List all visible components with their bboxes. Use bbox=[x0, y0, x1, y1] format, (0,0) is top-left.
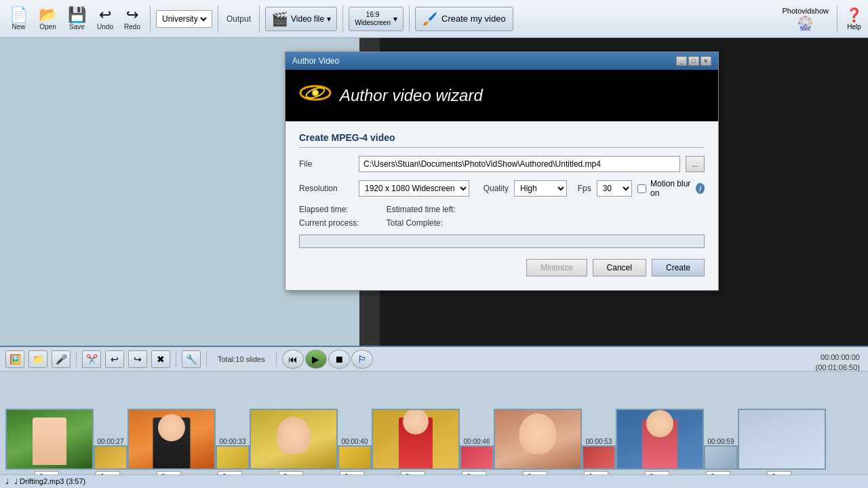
redo-tl-button[interactable]: ↪ bbox=[128, 350, 147, 368]
new-button[interactable]: 📄 New bbox=[5, 6, 32, 32]
aspect-ratio-button[interactable]: 16:9Widescreen ▾ bbox=[349, 7, 403, 31]
total-complete-label: Total Complete: bbox=[387, 218, 456, 228]
dialog-maximize-btn[interactable]: □ bbox=[688, 56, 699, 66]
slide-thumbnail[interactable] bbox=[250, 409, 338, 470]
film-icon: 🎬 bbox=[271, 11, 288, 27]
delete-button[interactable]: ✖ bbox=[151, 350, 170, 368]
estimated-item: Estimated time left: Total Complete: bbox=[387, 205, 456, 228]
settings-button[interactable]: 🔧 bbox=[182, 350, 201, 368]
flag-button[interactable]: 🏳 bbox=[351, 350, 373, 369]
main-area: Author Video _ □ ✕ Author video wizard C… bbox=[0, 38, 868, 488]
slide-item: 8 ▾ bbox=[372, 409, 460, 483]
music-bar: ♩ ♩ Drifting2.mp3 (3:57) bbox=[0, 474, 868, 488]
theme-select[interactable]: University bbox=[159, 14, 209, 24]
undo-tl-button[interactable]: ↩ bbox=[105, 350, 124, 368]
dialog-footer: Minimize Cancel Create bbox=[299, 253, 705, 279]
quality-select[interactable]: High bbox=[514, 180, 567, 197]
minimize-button[interactable]: Minimize bbox=[526, 259, 587, 277]
slide-thumbnail[interactable] bbox=[216, 445, 250, 470]
open-label: Open bbox=[39, 23, 56, 30]
open-button[interactable]: 📂 Open bbox=[35, 6, 61, 32]
delete-icon: ✖ bbox=[157, 354, 165, 365]
motion-blur-label: Motion blur on bbox=[650, 179, 692, 198]
slide-thumbnail[interactable] bbox=[372, 409, 460, 470]
slide-item: 8 ▾ bbox=[127, 409, 216, 483]
cut-icon: ✂️ bbox=[86, 354, 98, 365]
save-button[interactable]: 💾 Save bbox=[64, 6, 90, 32]
dialog-close-btn[interactable]: ✕ bbox=[701, 56, 711, 66]
slide-thumbnail[interactable] bbox=[460, 445, 494, 470]
current-process-label: Current process: bbox=[299, 218, 359, 228]
video-file-button[interactable]: 🎬 Video file ▾ bbox=[265, 7, 337, 31]
slide-thumbnail[interactable] bbox=[94, 445, 127, 470]
tl-sep-2 bbox=[176, 352, 176, 367]
stop-button[interactable]: ⏹ bbox=[328, 350, 350, 369]
add-folder-button[interactable]: 📁 bbox=[28, 350, 47, 368]
slides-container: 8 ▾ 00:00:27 8 ▾ bbox=[0, 371, 868, 488]
theme-dropdown[interactable]: University bbox=[156, 10, 212, 28]
slide-time: 00:00:59 bbox=[708, 438, 734, 445]
help-button[interactable]: ❓ Help bbox=[846, 7, 863, 30]
record-button[interactable]: 🎤 bbox=[52, 350, 71, 368]
info-icon[interactable]: i bbox=[696, 183, 705, 194]
undo-button[interactable]: ↩ Undo bbox=[93, 6, 117, 32]
photovidshow-label: Photovidshow bbox=[783, 7, 829, 15]
slide-thumbnail[interactable] bbox=[494, 409, 582, 470]
slide-thumbnail[interactable] bbox=[582, 445, 616, 470]
slide-thumbnail[interactable] bbox=[616, 409, 704, 470]
create-my-video-label: Create my video bbox=[441, 14, 506, 24]
slide-time: 00:00:46 bbox=[464, 438, 490, 445]
add-photos-button[interactable]: 🖼️ bbox=[5, 350, 24, 368]
slide-thumbnail[interactable] bbox=[338, 445, 372, 470]
photovidshow-logo: Photovidshow 🎡 bbox=[783, 7, 829, 31]
tl-sep-1 bbox=[76, 352, 77, 367]
video-file-dropdown-icon: ▾ bbox=[327, 14, 331, 24]
motion-blur-checkbox[interactable] bbox=[637, 184, 646, 193]
cancel-button[interactable]: Cancel bbox=[593, 259, 646, 277]
dialog-minimize-btn[interactable]: _ bbox=[676, 56, 687, 66]
tl-sep-4 bbox=[276, 352, 277, 367]
undo-tl-icon: ↩ bbox=[111, 354, 119, 365]
fps-select[interactable]: 30 bbox=[597, 180, 632, 197]
play-button[interactable]: ▶ bbox=[305, 350, 327, 369]
help-label: Help bbox=[847, 23, 861, 30]
dialog-subtitle: Create MPEG-4 video bbox=[299, 132, 705, 148]
resolution-select[interactable]: 1920 x 1080 Widescreen bbox=[359, 180, 469, 197]
slide-thumbnail[interactable] bbox=[704, 445, 738, 470]
elapsed-item: Elapsed time: Current process: bbox=[299, 205, 359, 228]
rewind-button[interactable]: ⏮ bbox=[282, 350, 304, 369]
paintbrush-icon: 🖌️ bbox=[422, 12, 437, 26]
redo-label: Redo bbox=[124, 23, 140, 30]
slide-thumbnail[interactable] bbox=[5, 409, 94, 470]
progress-bar-container bbox=[299, 235, 705, 248]
undo-label: Undo bbox=[97, 23, 113, 30]
file-label: File bbox=[299, 159, 353, 169]
create-my-video-button[interactable]: 🖌️ Create my video bbox=[415, 7, 513, 31]
save-label: Save bbox=[69, 23, 85, 30]
open-icon: 📂 bbox=[39, 7, 57, 22]
toolbar-right: Photovidshow 🎡 ❓ Help bbox=[783, 5, 863, 33]
file-input[interactable] bbox=[359, 156, 680, 172]
add-photos-icon: 🖼️ bbox=[9, 354, 21, 365]
redo-button[interactable]: ↪ Redo bbox=[120, 6, 144, 32]
slide-thumbnail[interactable] bbox=[738, 409, 826, 470]
add-folder-icon: 📁 bbox=[33, 354, 44, 365]
dialog-titlebar: Author Video _ □ ✕ bbox=[285, 52, 718, 70]
browse-button[interactable]: ... bbox=[686, 156, 705, 172]
total-slides-label: Total:10 slides bbox=[218, 355, 265, 363]
tl-sep-3 bbox=[206, 352, 207, 367]
new-label: New bbox=[12, 23, 25, 30]
save-icon: 💾 bbox=[68, 7, 86, 22]
timeline-time: 00:00:00:00 (00:01:06:50) bbox=[816, 352, 860, 373]
slide-thumbnail[interactable] bbox=[127, 409, 216, 470]
aspect-ratio-label: 16:9Widescreen bbox=[355, 11, 391, 27]
slide-time: 00:00:27 bbox=[98, 438, 124, 445]
new-icon: 📄 bbox=[9, 7, 28, 22]
cut-button[interactable]: ✂️ bbox=[82, 350, 101, 368]
slide-time: 00:00:40 bbox=[342, 438, 368, 445]
create-button[interactable]: Create bbox=[652, 259, 705, 277]
slide-item: 8 ▾ bbox=[250, 409, 338, 483]
author-video-dialog: Author Video _ □ ✕ Author video wizard C… bbox=[285, 52, 719, 291]
slide-time: 00:00:53 bbox=[586, 438, 612, 445]
music-note-icon: ♩ bbox=[5, 477, 9, 486]
